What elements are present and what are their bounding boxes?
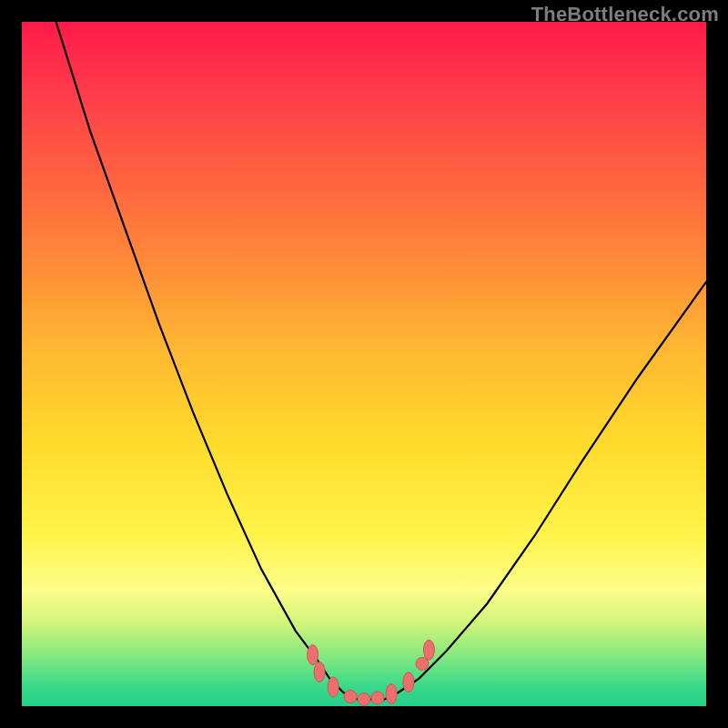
watermark-label: TheBottleneck.com	[531, 3, 719, 26]
chart-plot-area	[22, 22, 706, 706]
chart-frame: TheBottleneck.com	[0, 0, 728, 728]
curve-marker	[371, 692, 384, 704]
curve-marker	[423, 640, 434, 660]
curve-marker	[344, 691, 357, 703]
curve-marker	[358, 693, 370, 706]
curve-marker	[314, 662, 325, 682]
bottleneck-curve	[56, 22, 706, 700]
chart-svg	[22, 22, 706, 706]
curve-marker	[328, 677, 339, 697]
curve-marker	[386, 684, 397, 704]
curve-marker	[403, 672, 414, 693]
curve-marker	[308, 645, 318, 665]
